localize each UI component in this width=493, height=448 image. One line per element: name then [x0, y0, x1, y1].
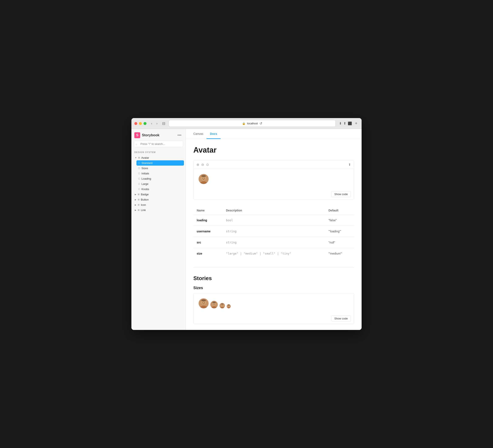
sidebar-group-label: Avatar — [141, 156, 149, 159]
col-default: Default — [325, 206, 354, 215]
avatar-image — [199, 174, 209, 184]
section-label: DESIGN SYSTEM — [131, 150, 186, 155]
sizes-preview-box: Show code — [193, 293, 354, 324]
avatar-sizes — [199, 298, 231, 308]
avatar-image-sm — [220, 303, 225, 308]
show-code-button-2[interactable]: Show code — [331, 315, 351, 322]
sidebar-item-label: Sizes — [141, 167, 148, 170]
show-code-button-1[interactable]: Show code — [331, 191, 351, 197]
preview-toolbar: ⊕ ⊖ ⊙ ⬆ — [194, 161, 354, 169]
component-icon: ⊞ — [138, 204, 140, 206]
stories-heading: Stories — [193, 273, 354, 282]
avatar-large — [199, 298, 209, 308]
svg-point-4 — [202, 178, 203, 179]
forward-button[interactable]: › — [155, 121, 159, 126]
standard-preview-box: ⊕ ⊖ ⊙ ⬆ — [193, 160, 354, 199]
tab-canvas[interactable]: Canvas — [190, 129, 207, 139]
sidebar-toggle-button[interactable]: ⊟ — [160, 120, 167, 127]
search-input[interactable] — [134, 141, 183, 147]
titlebar: ‹ › ⊟ 🔒 localhost ↺ ⬇ ⬆ ⬛ + — [131, 118, 362, 129]
sidebar-item-label: Standard — [141, 161, 153, 165]
table-row: username string "'loading'" — [193, 226, 354, 237]
sizes-preview-footer: Show code — [194, 313, 354, 324]
traffic-lights — [134, 122, 146, 125]
sidebar-item-knobs[interactable]: ⬡ Knobs — [136, 186, 184, 192]
svg-point-29 — [229, 306, 229, 306]
avatar-small — [220, 303, 225, 308]
svg-point-20 — [221, 304, 224, 305]
props-table: Name Description Default loading bool "f… — [193, 206, 354, 259]
col-description: Description — [223, 206, 325, 215]
chevron-down-icon: ▼ — [135, 157, 137, 159]
page-title: Avatar — [193, 146, 354, 154]
component-icon: ⊞ — [138, 209, 140, 211]
back-button[interactable]: ‹ — [150, 121, 153, 126]
preview-footer: Show code — [194, 189, 354, 199]
brand-icon: S — [134, 132, 140, 138]
sidebar-item-loading[interactable]: ⬡ Loading — [136, 176, 184, 181]
maximize-button[interactable] — [144, 122, 146, 125]
sidebar-item-label: Initials — [141, 172, 149, 175]
sidebar-item-icon[interactable]: ▶ ⊞ Icon — [133, 202, 184, 207]
prop-default: "'loading'" — [325, 226, 354, 237]
sidebar-item-large[interactable]: ⬡ Large — [136, 181, 184, 186]
sidebar-item-standard[interactable]: ⬡ Standard — [136, 160, 184, 166]
chevron-right-icon: ▶ — [135, 193, 136, 195]
tab-docs[interactable]: Docs — [207, 129, 220, 139]
sidebar-item-avatar[interactable]: ▼ ⊞ Avatar — [133, 155, 184, 160]
share-preview-button[interactable]: ⬆ — [348, 163, 351, 167]
brand: S Storybook — [134, 132, 159, 138]
avatar-image-xs — [227, 304, 231, 308]
avatar — [199, 174, 209, 184]
url-text: localhost — [247, 122, 258, 125]
preview-tools: ⊕ ⊖ ⊙ — [196, 163, 209, 167]
more-button[interactable]: ••• — [176, 133, 183, 138]
prop-name: username — [193, 226, 223, 237]
refresh-button[interactable]: ↺ — [259, 121, 262, 126]
col-name: Name — [193, 206, 223, 215]
main-content: Canvas Docs Avatar ⊕ ⊖ ⊙ ⬆ — [186, 129, 362, 330]
component-icon: ⊞ — [138, 198, 140, 201]
download-button[interactable]: ⬇ — [339, 121, 342, 126]
main-scroll: Avatar ⊕ ⊖ ⊙ ⬆ — [186, 139, 362, 330]
avatar-image-lg — [199, 298, 209, 308]
component-icon: ⊞ — [138, 193, 140, 196]
sidebar-item-initials[interactable]: ⬡ Initials — [136, 171, 184, 176]
sidebar: S Storybook ••• ⌕ DESIGN SYSTEM ▼ ⊞ Avat… — [131, 129, 186, 330]
share-button[interactable]: ⬆ — [343, 121, 346, 126]
svg-point-10 — [202, 302, 203, 303]
zoom-out-button[interactable]: ⊖ — [201, 163, 204, 167]
svg-point-16 — [213, 304, 214, 304]
url-bar: 🔒 localhost ↺ — [169, 120, 336, 127]
brand-name: Storybook — [142, 133, 159, 137]
sidebar-item-sizes[interactable]: ⬡ Sizes — [136, 166, 184, 171]
minimize-button[interactable] — [139, 122, 142, 125]
component-icon: ⊞ — [138, 156, 140, 159]
add-tab-button[interactable]: + — [354, 121, 359, 126]
table-row: src string "null" — [193, 237, 354, 248]
sidebar-group-label: Button — [141, 198, 149, 201]
story-icon: ⬡ — [138, 183, 140, 185]
fullscreen-button[interactable]: ⬛ — [348, 121, 352, 126]
story-icon: ⬡ — [138, 162, 140, 164]
nav-tree: ▼ ⊞ Avatar ⬡ Standard ⬡ Sizes ⬡ Ini — [131, 155, 186, 213]
sidebar-group-label: Badge — [141, 193, 149, 196]
prop-default: "false" — [325, 215, 354, 226]
prop-description: string — [223, 226, 325, 237]
sizes-story-name: Sizes — [193, 286, 354, 290]
svg-point-11 — [204, 302, 205, 303]
avatar-tiny — [227, 304, 231, 308]
story-icon: ⬡ — [138, 177, 140, 180]
sidebar-item-button[interactable]: ▶ ⊞ Button — [133, 197, 184, 202]
prop-description: bool — [223, 215, 325, 226]
close-button[interactable] — [134, 122, 137, 125]
sidebar-item-link[interactable]: ▶ ⊞ Link — [133, 207, 184, 213]
sidebar-item-badge[interactable]: ▶ ⊞ Badge — [133, 192, 184, 197]
zoom-in-button[interactable]: ⊕ — [196, 163, 199, 167]
standard-preview-content — [194, 169, 354, 189]
sidebar-header: S Storybook ••• — [131, 129, 186, 141]
browser-window: ‹ › ⊟ 🔒 localhost ↺ ⬇ ⬆ ⬛ + S Storybook … — [131, 118, 362, 330]
chevron-right-icon: ▶ — [135, 209, 136, 211]
zoom-reset-button[interactable]: ⊙ — [206, 163, 209, 167]
tabs-bar: Canvas Docs — [186, 129, 362, 139]
